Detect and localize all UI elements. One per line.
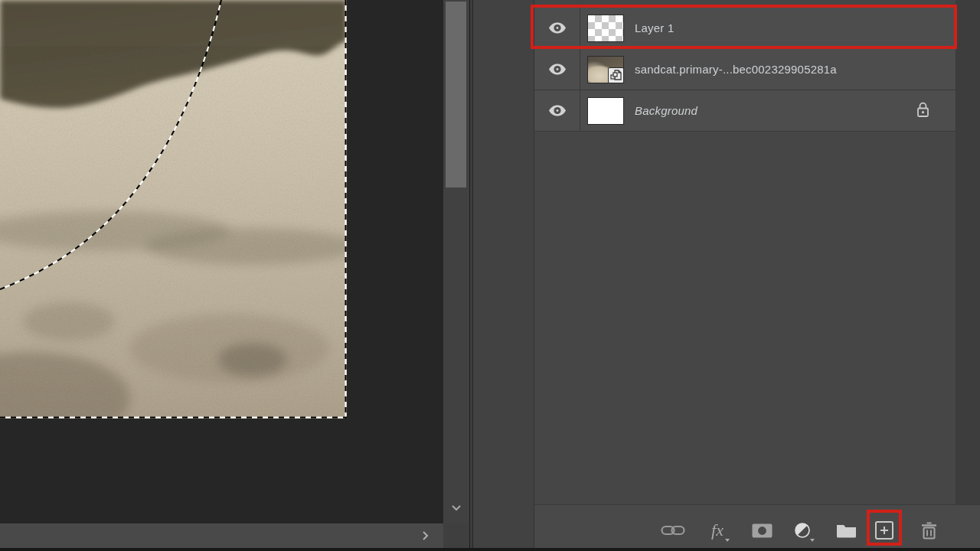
layer-thumbnail-transparent[interactable] [587,15,624,42]
smart-object-badge [608,67,624,83]
trash-icon [920,521,938,540]
layer-thumbnail-image[interactable] [587,56,624,83]
link-layers-button[interactable] [659,517,687,544]
layer-name: sandcat.primary-...bec002329905281a [635,63,837,76]
eye-icon [548,105,567,116]
dropdown-caret-icon [725,539,730,542]
dropdown-caret-icon [810,539,815,542]
layer-thumbnail-white[interactable] [587,97,624,125]
fx-icon: fx [711,522,724,539]
layer-row-background[interactable]: Background [534,90,956,132]
canvas-vertical-scrollbar[interactable] [443,0,469,523]
layer-mask-icon [752,523,773,538]
window-bottom-edge [0,548,980,551]
padlock-icon [916,101,929,117]
layers-panel: Layer 1 [534,0,980,548]
document-canvas[interactable] [0,0,347,419]
lock-indicator [916,101,929,120]
scrollbar-thumb[interactable] [446,2,466,187]
page-with-squares-icon [610,70,622,81]
status-expand-button[interactable] [419,530,431,542]
layer-name: Background [635,104,697,117]
layer-list: Layer 1 [534,7,956,132]
chain-link-icon [661,524,685,536]
layer-row-sandcat[interactable]: sandcat.primary-...bec002329905281a [534,49,956,90]
layer-visibility-toggle[interactable] [534,90,580,131]
new-layer-button[interactable] [871,517,898,544]
chevron-down-icon [449,500,464,515]
layer-name: Layer 1 [635,21,674,34]
add-layer-mask-button[interactable] [748,517,776,544]
photoshop-workspace: Layer 1 [0,0,980,551]
layer-effects-button[interactable]: fx [704,517,731,544]
layers-panel-scroll-gutter [956,0,980,504]
layer-row-layer-1[interactable]: Layer 1 [534,8,956,49]
half-filled-circle-icon [794,522,811,539]
canvas-pasteboard [0,0,469,551]
delete-layer-button[interactable] [915,517,942,544]
new-adjustment-layer-button[interactable] [789,517,816,544]
eye-icon [548,64,567,75]
square-plus-icon [874,520,894,540]
eye-icon [548,22,567,34]
rock-photo [0,0,347,419]
scroll-down-button[interactable] [449,500,464,515]
new-group-button[interactable] [832,517,860,544]
chevron-right-icon [419,530,431,542]
scrollbar-corner [443,523,469,548]
status-bar [0,523,443,548]
panel-gutter [473,0,534,548]
folder-icon [836,523,857,538]
layer-visibility-toggle[interactable] [534,49,580,90]
layer-visibility-toggle[interactable] [534,8,580,48]
